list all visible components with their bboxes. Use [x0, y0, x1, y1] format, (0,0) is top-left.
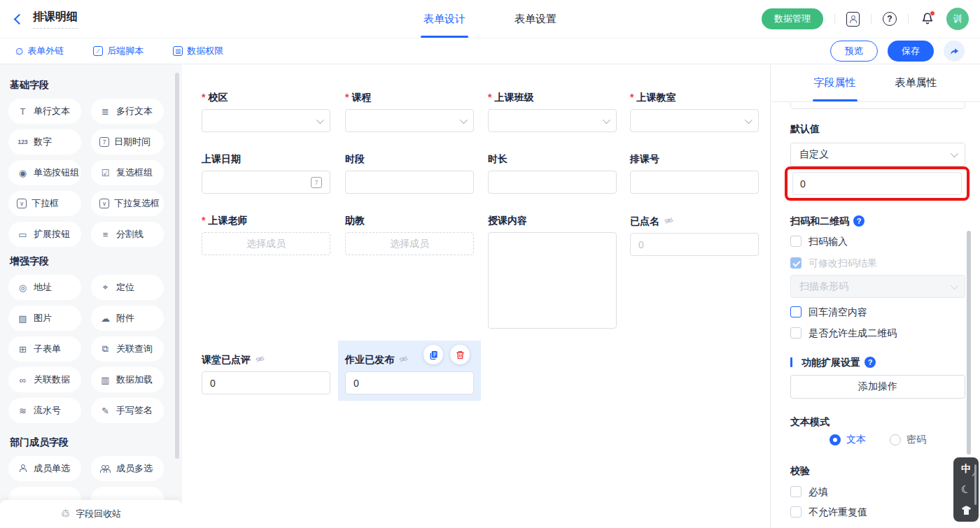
- radio-password[interactable]: 密码: [890, 434, 926, 446]
- eye-slash-icon: [398, 354, 409, 364]
- scan-input-checkbox[interactable]: 扫码输入: [790, 236, 848, 247]
- scan-mode-select[interactable]: 扫描条形码: [790, 275, 965, 298]
- field-item-image[interactable]: ▨图片: [8, 306, 81, 331]
- field-item-address[interactable]: ◎地址: [8, 275, 81, 300]
- default-value-type-select[interactable]: 自定义: [790, 143, 965, 166]
- tab-form-design[interactable]: 表单设计: [424, 0, 465, 38]
- field-recycle-bin[interactable]: ♲ 字段回收站: [0, 500, 182, 528]
- field-item-datetime[interactable]: 7日期时间: [91, 129, 164, 155]
- theme-shirt-icon[interactable]: [960, 506, 972, 515]
- campus-select[interactable]: [202, 109, 330, 132]
- help-icon[interactable]: ?: [864, 357, 876, 368]
- allow-qrcode-checkbox[interactable]: 是否允许生成二维码: [790, 327, 897, 338]
- checkbox-icon: [790, 486, 802, 497]
- data-permission-icon: ▥: [173, 46, 183, 56]
- field-item-divider[interactable]: ≡分割线: [91, 222, 164, 247]
- data-permission-button[interactable]: ▥数据权限: [173, 45, 223, 57]
- schedule-no-input[interactable]: [630, 171, 759, 194]
- field-item-number[interactable]: 123数字: [8, 129, 81, 155]
- field-class-reviewed[interactable]: 课堂已点评 0: [202, 354, 330, 394]
- related-data-icon: ∞: [17, 375, 29, 385]
- panel-scrollbar[interactable]: [967, 231, 971, 455]
- class-reviewed-input[interactable]: 0: [202, 371, 330, 394]
- field-item-single-line-text[interactable]: T单行文本: [8, 99, 81, 124]
- language-toggle[interactable]: 中∕: [961, 464, 971, 473]
- divider-icon: ≡: [99, 229, 111, 240]
- back-icon[interactable]: [14, 13, 25, 24]
- chevron-down-icon: [951, 281, 958, 289]
- cloud-upload-icon: ☁: [99, 313, 111, 324]
- field-item-related-data[interactable]: ∞关联数据: [8, 367, 81, 392]
- avatar[interactable]: 训: [946, 8, 969, 30]
- field-schedule-no[interactable]: 排课号: [630, 154, 759, 194]
- preview-button[interactable]: 预览: [830, 41, 878, 62]
- notification-bell-icon[interactable]: [920, 11, 935, 27]
- contacts-icon[interactable]: [846, 12, 860, 27]
- no-duplicate-checkbox[interactable]: 不允许重复值: [790, 506, 867, 518]
- field-teaching-content[interactable]: 授课内容: [488, 215, 617, 329]
- field-item-multi-line-text[interactable]: ≣多行文本: [91, 99, 164, 124]
- sidebar-scrollbar[interactable]: [175, 73, 179, 459]
- copy-field-button[interactable]: [424, 345, 443, 364]
- field-course[interactable]: *课程: [345, 92, 474, 132]
- field-item-serial-number[interactable]: ≋流水号: [8, 398, 81, 423]
- class-date-input[interactable]: 7: [202, 171, 330, 194]
- class-select[interactable]: [488, 109, 617, 132]
- multi-select-icon: ∨: [99, 199, 109, 208]
- external-link-button[interactable]: ∅表单外链: [15, 45, 64, 57]
- field-assistant[interactable]: 助教 选择成员: [345, 215, 474, 255]
- checkbox-icon: [790, 506, 802, 518]
- editable-scan-result-checkbox[interactable]: 可修改扫码结果: [790, 257, 877, 269]
- field-item-member-single[interactable]: 成员单选: [8, 456, 81, 481]
- field-item-signature[interactable]: ✎手写签名: [91, 398, 164, 423]
- delete-field-button[interactable]: [450, 345, 470, 364]
- teacher-member-picker[interactable]: 选择成员: [202, 232, 330, 255]
- tab-form-settings[interactable]: 表单设置: [514, 0, 556, 38]
- backend-script-button[interactable]: ∕后端脚本: [93, 45, 144, 57]
- tab-form-properties[interactable]: 表单属性: [895, 64, 937, 101]
- field-item-extend-button[interactable]: ▭扩展按钮: [8, 222, 81, 247]
- field-class[interactable]: *上课班级: [488, 92, 617, 132]
- duration-input[interactable]: [488, 171, 617, 194]
- field-item-multi-select[interactable]: ∨下拉复选框: [91, 191, 164, 216]
- field-item-subform[interactable]: ⊞子表单: [8, 336, 81, 362]
- default-value-input[interactable]: 0: [792, 172, 962, 195]
- field-item-checkbox-group[interactable]: ☑复选框组: [91, 160, 164, 185]
- classroom-select[interactable]: [630, 109, 759, 132]
- field-campus[interactable]: *校区: [202, 92, 330, 132]
- field-teacher[interactable]: *上课老师 选择成员: [202, 215, 330, 255]
- field-item-radio-group[interactable]: ◉单选按钮组: [8, 160, 81, 185]
- data-manage-button[interactable]: 数据管理: [762, 8, 823, 29]
- teaching-content-textarea[interactable]: [488, 232, 617, 329]
- calendar-icon: 7: [99, 137, 109, 147]
- required-checkbox[interactable]: 必填: [790, 486, 828, 497]
- homework-published-input[interactable]: 0: [345, 371, 474, 394]
- save-button[interactable]: 保存: [888, 41, 934, 62]
- field-item-select[interactable]: ∨下拉框: [8, 191, 81, 216]
- help-icon[interactable]: ?: [883, 12, 897, 26]
- field-item-location[interactable]: ⌖定位: [91, 275, 164, 300]
- help-icon[interactable]: ?: [853, 215, 864, 227]
- field-item-member-multi[interactable]: 成员多选: [91, 456, 164, 481]
- field-homework-published[interactable]: 作业已发布 0: [345, 354, 474, 394]
- field-class-date[interactable]: 上课日期 7: [202, 154, 330, 194]
- enter-clear-checkbox[interactable]: 回车清空内容: [790, 306, 867, 317]
- radio-text[interactable]: 文本: [830, 434, 866, 446]
- add-action-button[interactable]: 添加操作: [790, 375, 965, 399]
- share-button[interactable]: [944, 41, 965, 62]
- tab-field-properties[interactable]: 字段属性: [814, 64, 856, 101]
- field-roll-called[interactable]: 已点名 0: [630, 215, 759, 256]
- course-select[interactable]: [345, 109, 474, 132]
- field-item-attachment[interactable]: ☁附件: [91, 306, 164, 331]
- field-time-slot[interactable]: 时段: [345, 154, 474, 194]
- field-classroom[interactable]: *上课教室: [630, 92, 759, 132]
- page-title[interactable]: 排课明细: [33, 10, 78, 29]
- roll-called-input[interactable]: 0: [630, 233, 759, 256]
- assistant-member-picker[interactable]: 选择成员: [345, 232, 474, 255]
- field-duration[interactable]: 时长: [488, 154, 617, 194]
- time-slot-input[interactable]: [345, 171, 474, 194]
- field-item-related-query[interactable]: ⧉关联查询: [91, 336, 164, 362]
- form-canvas[interactable]: *校区 *课程 *上课班级 *上课教室 上课日期 7 时段 时长 排课号: [182, 64, 770, 528]
- field-item-data-load[interactable]: ▥数据加载: [91, 367, 164, 392]
- dark-mode-toggle-moon-icon[interactable]: ☾: [960, 483, 972, 495]
